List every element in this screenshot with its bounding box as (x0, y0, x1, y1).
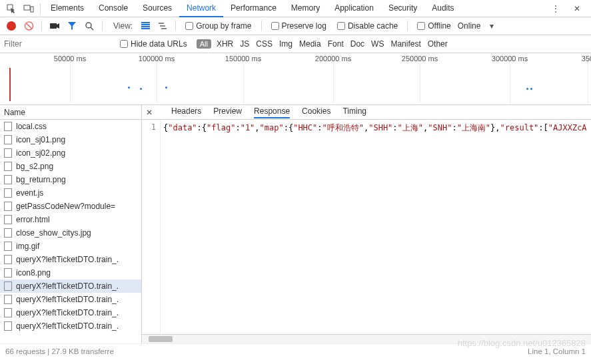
filter-ws[interactable]: WS (371, 39, 384, 49)
tab-memory[interactable]: Memory (284, 0, 327, 17)
json-token: : (317, 123, 322, 132)
group-by-frame-checkbox[interactable]: Group by frame (185, 21, 251, 31)
svg-rect-6 (161, 28, 167, 29)
subtab-headers[interactable]: Headers (171, 106, 201, 118)
tab-elements[interactable]: Elements (43, 0, 91, 17)
request-row[interactable]: getPassCodeNew?module= (0, 200, 141, 213)
subtab-timing[interactable]: Timing (342, 106, 366, 118)
request-row[interactable]: img.gif (0, 240, 141, 253)
json-token: "HHC" (293, 123, 317, 132)
scrollbar-thumb[interactable] (149, 336, 173, 342)
request-detail-pane: ✕ HeadersPreviewResponseCookiesTiming 1 … (142, 105, 591, 343)
record-button[interactable] (4, 19, 19, 33)
camera-icon[interactable] (47, 19, 62, 33)
throttling-select[interactable]: Online (458, 21, 481, 31)
json-token: "map" (260, 123, 284, 132)
request-row[interactable]: close_show_citys.jpg (0, 226, 141, 240)
filter-all-badge[interactable]: All (197, 39, 211, 49)
timeline-tick: 150000 ms (225, 55, 261, 63)
separator (102, 21, 103, 31)
response-line: {"data":{"flag":"1","map":{"HHC":"呼和浩特",… (161, 120, 590, 334)
json-token: { (202, 123, 207, 132)
main-tabs: ElementsConsoleSourcesNetworkPerformance… (43, 0, 547, 17)
request-row[interactable]: bg_return.png (0, 173, 141, 186)
request-row[interactable]: queryX?leftTicketDTO.train_. (0, 306, 141, 319)
watermark: https://blog.csdn.net/u012365828 (458, 338, 586, 348)
svg-rect-0 (24, 5, 30, 10)
filter-input[interactable] (4, 38, 111, 50)
filter-css[interactable]: CSS (256, 39, 273, 49)
inspect-icon[interactable] (3, 0, 20, 17)
response-body[interactable]: 1 {"data":{"flag":"1","map":{"HHC":"呼和浩特… (142, 120, 591, 334)
json-token: : (284, 123, 289, 132)
close-detail-icon[interactable]: ✕ (146, 108, 153, 117)
filter-manifest[interactable]: Manifest (390, 39, 420, 49)
tab-audits[interactable]: Audits (424, 0, 461, 17)
request-row[interactable]: error.html (0, 213, 141, 226)
file-icon (4, 281, 12, 291)
subtab-response[interactable]: Response (254, 106, 290, 118)
subtab-cookies[interactable]: Cookies (302, 106, 330, 118)
line-number: 1 (151, 122, 156, 132)
tab-security[interactable]: Security (381, 0, 424, 17)
request-row[interactable]: icon_sj01.png (0, 133, 141, 146)
tab-application[interactable]: Application (327, 0, 381, 17)
request-summary: 66 requests | 27.9 KB transferre (5, 347, 114, 355)
detail-tabs: ✕ HeadersPreviewResponseCookiesTiming (142, 105, 591, 120)
filter-toggle-icon[interactable] (65, 19, 79, 33)
filter-doc[interactable]: Doc (350, 39, 364, 49)
svg-rect-1 (31, 7, 33, 12)
request-row[interactable]: queryX?leftTicketDTO.train_. (0, 293, 141, 306)
request-row[interactable]: bg_s2.png (0, 160, 141, 173)
request-row[interactable]: queryX?leftTicketDTO.train_. (0, 253, 141, 266)
network-split-view: Name local.cssicon_sj01.pngicon_sj02.png… (0, 105, 591, 343)
close-devtools-icon[interactable]: ✕ (568, 0, 586, 17)
chevron-down-icon[interactable]: ▾ (490, 21, 494, 31)
clear-icon[interactable]: 🚫 (21, 19, 36, 33)
filter-img[interactable]: Img (279, 39, 293, 49)
subtab-preview[interactable]: Preview (213, 106, 242, 118)
large-rows-icon[interactable] (138, 19, 153, 33)
timeline-overview[interactable]: 50000 ms100000 ms150000 ms200000 ms25000… (0, 53, 591, 105)
request-row[interactable]: icon_sj02.png (0, 146, 141, 160)
filter-media[interactable]: Media (299, 39, 321, 49)
request-name: bg_return.png (16, 175, 66, 184)
separator (261, 21, 262, 31)
tab-sources[interactable]: Sources (135, 0, 179, 17)
disable-cache-checkbox[interactable]: Disable cache (337, 21, 398, 31)
request-name: close_show_citys.jpg (16, 228, 91, 238)
line-gutter: 1 (142, 120, 161, 334)
json-token: "SHH" (368, 123, 392, 132)
request-list[interactable]: local.cssicon_sj01.pngicon_sj02.pngbg_s2… (0, 120, 141, 343)
request-row[interactable]: event.js (0, 186, 141, 200)
device-toggle-icon[interactable] (20, 0, 37, 17)
request-row[interactable]: local.css (0, 120, 141, 133)
hide-data-urls-checkbox[interactable]: Hide data URLs (120, 39, 187, 49)
offline-checkbox[interactable]: Offline (417, 21, 450, 31)
filter-font[interactable]: Font (328, 39, 344, 49)
waterfall-view-icon[interactable] (155, 19, 170, 33)
kebab-icon[interactable]: ⋮ (547, 0, 564, 17)
tab-console[interactable]: Console (91, 0, 135, 17)
filter-xhr[interactable]: XHR (217, 39, 233, 49)
json-token: }, (490, 123, 500, 132)
preserve-log-checkbox[interactable]: Preserve log (271, 21, 326, 31)
request-name: event.js (16, 188, 43, 198)
svg-rect-4 (159, 23, 164, 24)
filter-other[interactable]: Other (428, 39, 448, 49)
group-by-frame-label: Group by frame (196, 21, 251, 31)
tab-network[interactable]: Network (179, 0, 223, 17)
request-row[interactable]: queryX?leftTicketDTO.train_. (0, 279, 141, 293)
tab-performance[interactable]: Performance (223, 0, 284, 17)
name-column-header[interactable]: Name (0, 105, 141, 120)
json-token: : (538, 123, 543, 132)
json-token: : (235, 123, 240, 132)
request-row[interactable]: queryX?leftTicketDTO.train_. (0, 319, 141, 333)
file-icon (4, 295, 12, 304)
json-token: "上海南" (457, 123, 490, 132)
request-row[interactable]: icon8.png (0, 266, 141, 279)
filter-js[interactable]: JS (240, 39, 249, 49)
timeline-dot (526, 88, 528, 90)
search-icon[interactable] (82, 19, 97, 33)
request-name: queryX?leftTicketDTO.train_. (16, 321, 119, 331)
